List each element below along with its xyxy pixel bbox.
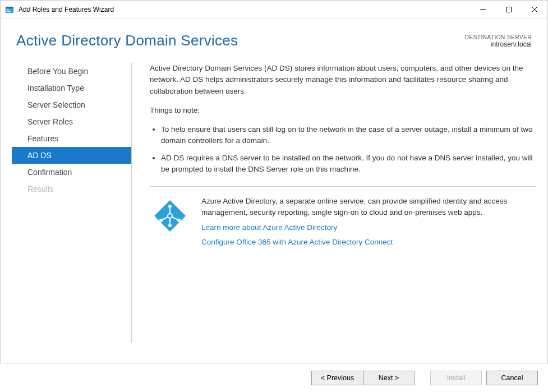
body: Before You Begin Installation Type Serve… xyxy=(1,54,547,366)
page-title: Active Directory Domain Services xyxy=(16,32,238,49)
destination-server-label: DESTINATION SERVER xyxy=(465,34,532,40)
sidebar-item-installation-type[interactable]: Installation Type xyxy=(12,80,131,96)
sidebar: Before You Begin Installation Type Serve… xyxy=(1,63,132,343)
nav-button-group: < Previous Next > xyxy=(311,371,415,385)
link-configure-office-365[interactable]: Configure Office 365 with Azure Active D… xyxy=(201,237,536,248)
sidebar-item-server-roles[interactable]: Server Roles xyxy=(12,113,131,130)
list-item: AD DS requires a DNS server to be instal… xyxy=(161,153,536,176)
intro-text: Active Directory Domain Services (AD DS)… xyxy=(150,63,536,97)
sidebar-item-ad-ds[interactable]: AD DS xyxy=(12,147,131,164)
titlebar: Add Roles and Features Wizard xyxy=(1,1,547,19)
previous-button[interactable]: < Previous xyxy=(311,371,363,385)
azure-ad-text: Azure Active Directory, a separate onlin… xyxy=(201,196,536,248)
maximize-button[interactable] xyxy=(496,1,522,19)
install-button: Install xyxy=(430,371,482,385)
content-pane: Active Directory Domain Services (AD DS)… xyxy=(132,61,547,366)
app-icon xyxy=(5,5,14,14)
notes-list: To help ensure that users can still log … xyxy=(150,124,536,175)
sidebar-item-confirmation[interactable]: Confirmation xyxy=(12,164,131,181)
svg-rect-3 xyxy=(7,11,11,11)
svg-point-11 xyxy=(168,224,172,227)
sidebar-item-before-you-begin[interactable]: Before You Begin xyxy=(12,63,131,80)
azure-ad-icon xyxy=(150,196,190,248)
destination-server-name: introserv.local xyxy=(465,40,532,48)
minimize-button[interactable] xyxy=(470,1,496,19)
svg-point-10 xyxy=(168,205,172,208)
link-learn-more-azure-ad[interactable]: Learn more about Azure Active Directory xyxy=(201,222,536,233)
next-button[interactable]: Next > xyxy=(363,371,415,385)
azure-ad-description: Azure Active Directory, a separate onlin… xyxy=(201,197,507,216)
window-controls xyxy=(470,1,547,19)
destination-server: DESTINATION SERVER introserv.local xyxy=(465,32,532,48)
footer: < Previous Next > Install Cancel xyxy=(0,363,548,392)
window-title: Add Roles and Features Wizard xyxy=(19,6,470,13)
svg-rect-2 xyxy=(7,10,9,10)
cancel-button[interactable]: Cancel xyxy=(486,371,538,385)
svg-rect-5 xyxy=(506,7,512,12)
svg-rect-1 xyxy=(6,7,13,8)
sidebar-item-features[interactable]: Features xyxy=(12,130,131,147)
header: Active Directory Domain Services DESTINA… xyxy=(1,19,547,54)
sidebar-item-server-selection[interactable]: Server Selection xyxy=(12,96,131,113)
close-button[interactable] xyxy=(522,1,547,19)
divider xyxy=(150,186,536,187)
sidebar-item-results: Results xyxy=(12,181,131,197)
list-item: To help ensure that users can still log … xyxy=(161,124,536,147)
azure-ad-block: Azure Active Directory, a separate onlin… xyxy=(150,196,536,248)
things-to-note-label: Things to note: xyxy=(150,105,536,116)
